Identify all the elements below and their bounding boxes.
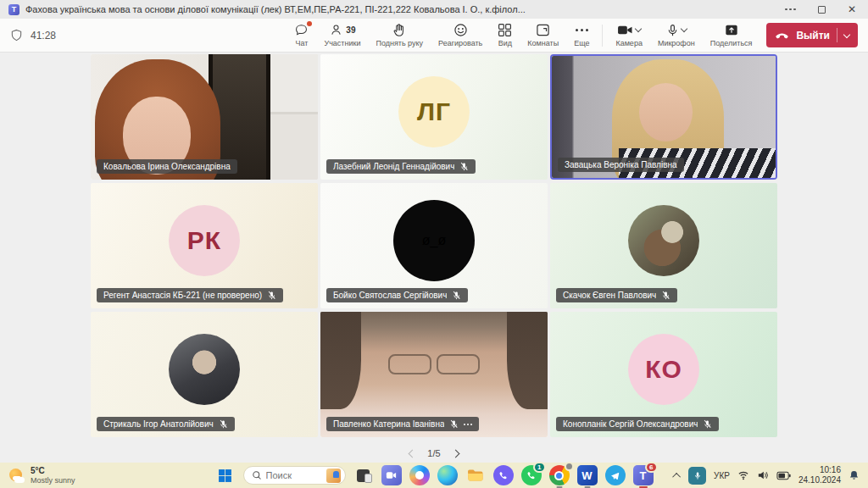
search-highlight-icon[interactable]: [326, 469, 341, 483]
mic-muted-icon: [219, 419, 228, 429]
copilot-app-icon[interactable]: [409, 465, 430, 485]
grid-view-icon: [498, 23, 512, 37]
participant-tile-active-speaker[interactable]: Завацька Вероніка Павлівна: [550, 54, 777, 180]
window-titlebar: T Фахова українська мова та основи ділов…: [0, 0, 868, 19]
more-button[interactable]: Еще: [566, 21, 597, 49]
participant-tile[interactable]: ø_ø Бойко Святослав Сергійович: [320, 183, 548, 308]
participant-name-label: Конопланік Сергій Олександрович: [556, 417, 719, 431]
avatar: КО: [628, 334, 699, 405]
person-glasses: [388, 354, 479, 374]
participant-tile[interactable]: РК Регент Анастасія КБ-221 (не проверено…: [91, 183, 318, 308]
camera-button[interactable]: Камера: [608, 21, 649, 49]
voice-access-mic-button[interactable]: [688, 467, 706, 485]
telegram-app-icon[interactable]: [605, 465, 626, 485]
chrome-badge: [565, 462, 574, 471]
participant-name-label: Завацька Вероніка Павлівна: [558, 158, 684, 172]
page-next-icon[interactable]: [451, 449, 459, 458]
whatsapp-badge: 1: [533, 462, 545, 473]
toolbar-divider: [602, 25, 603, 47]
tray-expand-icon[interactable]: [672, 472, 681, 480]
taskbar-weather-widget[interactable]: 5°C Mostly sunny: [8, 466, 199, 485]
avatar-photo: [169, 334, 240, 405]
window-more-icon[interactable]: [785, 8, 796, 11]
tray-time: 10:16: [798, 465, 841, 475]
phone-icon: [498, 470, 509, 481]
tray-date: 24.10.2024: [798, 475, 841, 485]
participant-tile[interactable]: Павленко Катерина Іванівна: [320, 312, 548, 437]
more-dots-icon: [576, 23, 588, 37]
react-button[interactable]: Реагировать: [431, 21, 490, 49]
share-button[interactable]: Поделиться: [703, 21, 760, 49]
avatar-photo: ø_ø: [393, 200, 475, 281]
window-close-icon[interactable]: ✕: [848, 4, 856, 14]
window-maximize-icon[interactable]: [818, 6, 826, 14]
chat-button[interactable]: Чат: [287, 21, 316, 49]
participant-tile[interactable]: Ковальова Ірина Олександрівна: [91, 54, 318, 180]
video-camera-icon: [386, 471, 397, 480]
search-input[interactable]: [266, 470, 322, 480]
avatar-photo: [628, 205, 699, 276]
chat-notification-dot: [307, 21, 312, 26]
participants-button[interactable]: 39 Участники: [316, 21, 368, 49]
grid-pagination: 1/5: [0, 448, 868, 458]
participant-name-label: Павленко Катерина Іванівна: [326, 417, 479, 431]
camera-chevron-icon[interactable]: [635, 25, 642, 32]
participant-name-label: Стрикаль Ігор Анатолійович: [97, 417, 235, 431]
view-button[interactable]: Вид: [490, 21, 520, 49]
file-explorer-app-icon[interactable]: [465, 465, 486, 485]
people-icon: [329, 23, 343, 37]
windows-taskbar: 5°C Mostly sunny: [0, 463, 868, 488]
participant-name-label: Бойко Святослав Сергійович: [326, 288, 468, 302]
participant-tile[interactable]: Скачок Євген Павлович: [550, 183, 777, 308]
teams-app-icon[interactable]: T 6: [633, 465, 654, 485]
raise-hand-icon: [392, 23, 407, 37]
word-app-icon[interactable]: W: [577, 465, 598, 485]
leave-chevron-icon[interactable]: [843, 30, 850, 37]
folder-icon: [466, 468, 484, 483]
system-tray: УКР 10:16 24.10.2024: [669, 465, 860, 485]
page-indicator: 1/5: [427, 448, 440, 458]
weather-temp: 5°C: [31, 466, 75, 476]
shield-icon: [10, 29, 23, 42]
page-previous-icon[interactable]: [409, 449, 417, 458]
tile-more-icon[interactable]: [464, 424, 472, 425]
share-screen-icon: [725, 24, 738, 36]
chrome-app-icon[interactable]: [549, 465, 570, 485]
start-button[interactable]: [215, 465, 236, 485]
smiley-icon: [453, 23, 468, 37]
mic-muted-icon: [267, 291, 276, 300]
viber-app-icon[interactable]: [493, 465, 514, 485]
participant-tile[interactable]: Стрикаль Ігор Анатолійович: [91, 312, 318, 437]
task-view-button[interactable]: [353, 465, 374, 485]
edge-app-icon[interactable]: [437, 465, 458, 485]
microphone-chevron-icon[interactable]: [681, 25, 687, 32]
teams-meeting-app-icon[interactable]: [381, 465, 402, 485]
teams-badge: 6: [645, 462, 657, 473]
rooms-button[interactable]: Комнаты: [520, 21, 566, 49]
battery-icon[interactable]: [776, 471, 791, 480]
taskbar-apps: 1 W T 6: [215, 465, 654, 485]
whatsapp-app-icon[interactable]: 1: [521, 465, 542, 485]
avatar: ЛГ: [398, 76, 470, 147]
participant-tile[interactable]: КО Конопланік Сергій Олександрович: [550, 312, 777, 437]
wifi-icon[interactable]: [737, 470, 749, 480]
language-indicator[interactable]: УКР: [714, 471, 730, 480]
raise-hand-button[interactable]: Поднять руку: [368, 21, 431, 49]
meeting-timer: 41:28: [10, 29, 56, 42]
mic-muted-icon: [449, 419, 459, 429]
leave-button[interactable]: Выйти: [766, 23, 858, 47]
desktop-screen: T Фахова українська мова та основи ділов…: [0, 0, 868, 488]
weather-icon: [8, 468, 25, 484]
paper-plane-icon: [609, 470, 620, 481]
participant-name-label: Регент Анастасія КБ-221 (не проверено): [97, 288, 283, 302]
hang-up-icon: [775, 30, 789, 41]
speaker-icon[interactable]: [757, 470, 769, 480]
search-icon: [252, 470, 262, 480]
meeting-toolbar: 41:28 Чат 39 Участники: [0, 19, 868, 53]
taskbar-search[interactable]: [243, 466, 346, 485]
microphone-button[interactable]: Микрофон: [650, 21, 703, 49]
notification-bell-icon[interactable]: [849, 469, 860, 481]
participant-tile[interactable]: ЛГ Лазебний Леонід Геннадійович: [320, 54, 548, 180]
mic-muted-icon: [703, 419, 712, 429]
clock[interactable]: 10:16 24.10.2024: [798, 465, 841, 485]
